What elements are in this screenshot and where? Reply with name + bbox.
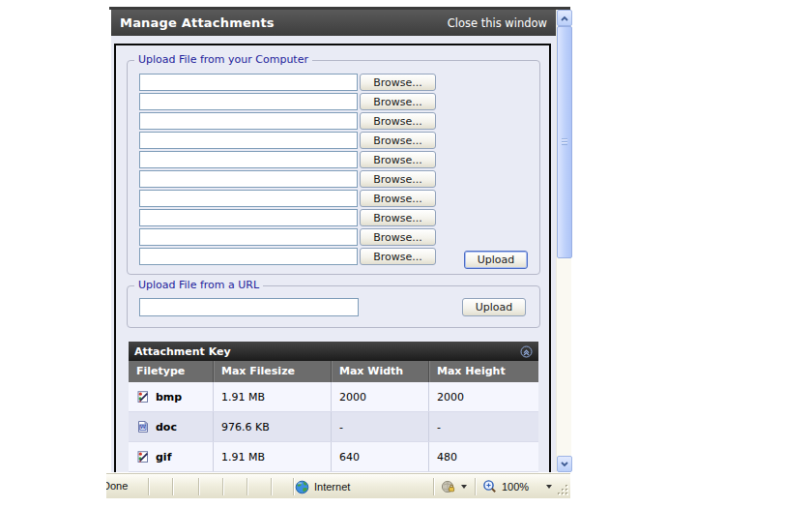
browse-button-3[interactable]: Browse... xyxy=(360,112,436,130)
upload-file-row: Browse... xyxy=(128,132,539,151)
upload-computer-legend: Upload File from your Computer xyxy=(134,53,312,67)
browse-button-4[interactable]: Browse... xyxy=(360,132,436,149)
upload-rows: Browse...Browse...Browse...Browse...Brow… xyxy=(128,74,539,267)
scroll-down-button[interactable] xyxy=(557,456,572,472)
statusbar-divider xyxy=(246,478,247,495)
max-width-value: 640 xyxy=(331,442,428,471)
max-height-value: 2000 xyxy=(428,382,538,411)
security-zone-indicator[interactable]: Internet xyxy=(295,477,350,496)
upload-url-button[interactable]: Upload xyxy=(462,298,526,316)
column-header: Max Filesize xyxy=(213,361,331,382)
scrollbar-track[interactable] xyxy=(557,258,572,456)
vertical-scrollbar xyxy=(556,10,571,472)
dialog-content-frame: Upload File from your Computer Browse...… xyxy=(114,44,551,472)
filetype-label: bmp xyxy=(156,391,182,403)
attachment-key-table: Attachment Key Filetype Max Filesize Max… xyxy=(129,342,538,472)
attachment-key-header: Attachment Key xyxy=(129,342,538,361)
browse-button-1[interactable]: Browse... xyxy=(360,74,436,91)
image-file-icon xyxy=(136,450,150,463)
column-header: Max Width xyxy=(331,361,428,382)
attachment-key-rows: bmp1.91 MB20002000Wdoc976.6 KB--gif1.91 … xyxy=(129,382,538,472)
browse-button-10[interactable]: Browse... xyxy=(360,248,436,265)
attachment-key-title: Attachment Key xyxy=(134,345,231,358)
screenshot-canvas: Manage Attachments Close this window Upl… xyxy=(0,0,812,508)
file-input-10[interactable] xyxy=(139,248,358,265)
upload-url-legend: Upload File from a URL xyxy=(134,279,263,292)
attachment-key-row: Wdoc976.6 KB-- xyxy=(129,412,538,442)
upload-url-fieldset: Upload File from a URL Upload xyxy=(127,285,540,328)
max-filesize-value: 1.91 MB xyxy=(213,442,331,471)
statusbar-divider xyxy=(293,478,294,495)
browse-button-9[interactable]: Browse... xyxy=(360,228,436,246)
max-width-value: - xyxy=(331,412,428,441)
dialog-titlebar: Manage Attachments Close this window xyxy=(111,10,556,36)
window-resize-grip[interactable] xyxy=(557,484,569,496)
filetype-label: gif xyxy=(156,451,171,463)
close-window-link[interactable]: Close this window xyxy=(448,16,547,30)
attachment-key-row: gif1.91 MB640480 xyxy=(129,442,538,472)
column-header: Filetype xyxy=(129,361,213,382)
statusbar-divider xyxy=(222,478,223,495)
file-input-7[interactable] xyxy=(139,190,358,207)
dialog-body: Upload File from your Computer Browse...… xyxy=(111,36,556,472)
upload-computer-fieldset: Upload File from your Computer Browse...… xyxy=(127,60,540,275)
file-input-4[interactable] xyxy=(139,132,358,149)
file-input-9[interactable] xyxy=(139,228,358,246)
column-header: Max Height xyxy=(428,361,538,382)
upload-file-row: Browse... xyxy=(128,170,539,190)
max-filesize-value: 976.6 KB xyxy=(213,412,331,441)
dropdown-caret-icon xyxy=(546,485,552,489)
attachment-key-row: bmp1.91 MB20002000 xyxy=(129,382,538,412)
browse-button-5[interactable]: Browse... xyxy=(360,151,436,168)
zoom-level-value: 100% xyxy=(502,481,529,493)
chevron-up-icon xyxy=(560,15,569,22)
upload-files-button[interactable]: Upload xyxy=(464,251,528,269)
upload-file-row: Browse... xyxy=(128,93,539,112)
statusbar-divider xyxy=(475,478,476,495)
filetype-label: doc xyxy=(156,421,177,433)
upload-file-row: Browse... xyxy=(128,190,539,209)
zone-label: Internet xyxy=(314,481,350,493)
scroll-up-button[interactable] xyxy=(557,10,572,26)
chevron-down-icon xyxy=(560,461,569,468)
browse-button-8[interactable]: Browse... xyxy=(360,209,436,226)
max-filesize-value: 1.91 MB xyxy=(213,382,331,411)
file-input-1[interactable] xyxy=(139,74,358,91)
url-input[interactable] xyxy=(139,298,359,316)
file-input-3[interactable] xyxy=(139,112,358,130)
protected-mode-button[interactable] xyxy=(441,477,467,496)
browse-button-2[interactable]: Browse... xyxy=(360,93,436,110)
word-doc-icon: W xyxy=(136,420,150,433)
max-height-value: - xyxy=(428,412,538,441)
collapse-chevrons-up-icon[interactable] xyxy=(520,345,533,358)
statusbar-divider xyxy=(271,478,272,495)
upload-file-row: Browse... xyxy=(128,74,539,93)
max-height-value: 480 xyxy=(428,442,538,471)
upload-file-row: Browse... xyxy=(128,112,539,132)
globe-lock-icon xyxy=(441,479,456,494)
statusbar-divider xyxy=(433,478,434,495)
statusbar-divider xyxy=(172,478,173,495)
dialog-title: Manage Attachments xyxy=(120,15,275,30)
zoom-level-button[interactable]: 100% xyxy=(482,477,552,496)
upload-file-row: Browse... xyxy=(128,228,539,248)
status-text: Done xyxy=(106,480,128,492)
browser-status-bar: Done Internet xyxy=(106,473,570,498)
max-width-value: 2000 xyxy=(331,382,428,411)
attachment-key-columns: Filetype Max Filesize Max Width Max Heig… xyxy=(129,361,538,382)
scrollbar-thumb[interactable] xyxy=(557,26,572,258)
file-input-8[interactable] xyxy=(139,209,358,226)
internet-globe-icon xyxy=(295,480,309,494)
file-input-6[interactable] xyxy=(139,170,358,188)
statusbar-divider xyxy=(198,478,199,495)
file-input-2[interactable] xyxy=(139,93,358,110)
image-file-icon xyxy=(136,390,150,403)
upload-file-row: Browse... xyxy=(128,151,539,170)
svg-text:W: W xyxy=(140,424,146,430)
upload-file-row: Browse... xyxy=(128,209,539,228)
browse-button-6[interactable]: Browse... xyxy=(360,170,436,188)
file-input-5[interactable] xyxy=(139,151,358,168)
dropdown-caret-icon xyxy=(461,485,467,489)
browse-button-7[interactable]: Browse... xyxy=(360,190,436,207)
zoom-magnifier-icon xyxy=(482,479,498,494)
